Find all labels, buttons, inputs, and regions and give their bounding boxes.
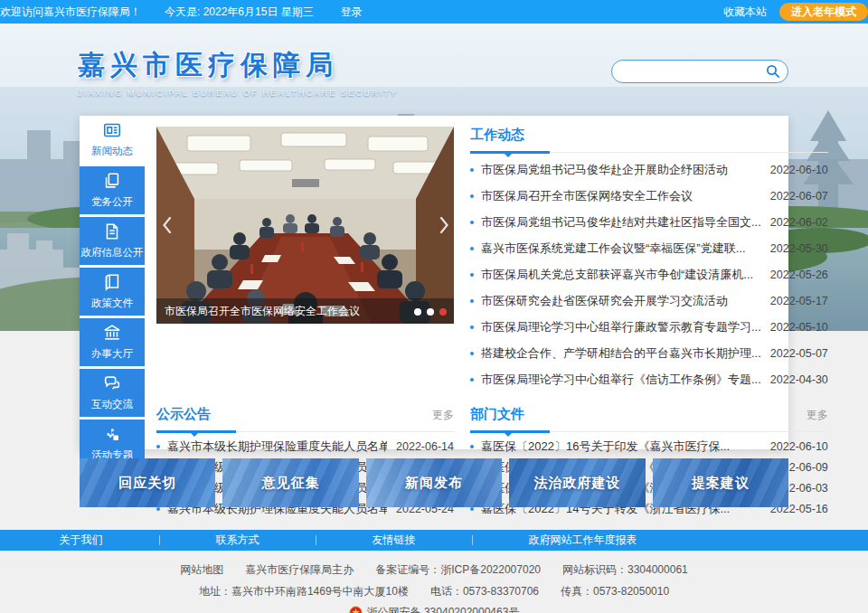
- news-title: 市医保研究会赴省医保研究会开展学习交流活动: [481, 293, 761, 309]
- bullet-icon: [470, 445, 474, 448]
- quick-link-opinion-collection[interactable]: 意见征集: [222, 458, 358, 507]
- carousel-dots: [414, 308, 447, 316]
- news-title: 搭建校企合作、产学研相结合的平台嘉兴市长期护理...: [481, 345, 761, 362]
- bullet-icon: [470, 352, 474, 355]
- news-date: 2022-06-07: [770, 190, 828, 203]
- date-text: 今天是: 2022年6月15日 星期三: [165, 5, 314, 20]
- bullet-icon: [470, 507, 474, 511]
- search-button[interactable]: [766, 64, 780, 79]
- book-icon: [102, 272, 122, 292]
- carousel-dot[interactable]: [427, 308, 434, 316]
- carousel-photo-meeting: [156, 127, 454, 324]
- list-item[interactable]: 市医保局召开全市医保网络安全工作会议2022-06-07: [470, 183, 828, 209]
- more-link[interactable]: 更多: [807, 408, 828, 423]
- news-date: 2022-06-10: [770, 440, 828, 453]
- carousel-dot[interactable]: [414, 308, 421, 316]
- bullet-icon: [470, 168, 474, 172]
- separator: [159, 535, 160, 545]
- carousel-next-arrow[interactable]: [436, 211, 452, 240]
- phone-text: 电话：0573-83370706: [430, 584, 539, 599]
- public-security-badge-icon: [349, 606, 363, 613]
- sidebar-item-interaction[interactable]: 互动交流: [80, 369, 145, 417]
- chevron-left-icon: [162, 216, 172, 234]
- news-title: 市医保局机关党总支部获评嘉兴市争创“建设清廉机...: [481, 267, 761, 283]
- sidebar-item-label: 办事大厅: [91, 346, 133, 361]
- list-item[interactable]: 嘉兴市本级长期护理保险重度失能人员名单公示（2...2022-06-14: [156, 436, 454, 457]
- separator: [316, 535, 316, 545]
- carousel-prev-arrow[interactable]: [158, 211, 175, 240]
- news-carousel[interactable]: 市医保局召开全市医保网络安全工作会议: [156, 127, 454, 324]
- bullet-icon: [470, 299, 474, 303]
- welcome-text: 欢迎访问嘉兴市医疗保障局！: [0, 5, 141, 20]
- bullet-icon: [470, 273, 474, 277]
- section-underline: [470, 151, 550, 154]
- work-news-section: 工作动态 市医保局党组书记马俊华赴企开展助企纾困活动2022-06-10 市医保…: [470, 127, 828, 392]
- quick-link-proposals[interactable]: 提案建议: [653, 458, 788, 507]
- card-content: 市医保局召开全市医保网络安全工作会议 工作动态 市医保局党组: [145, 116, 839, 449]
- footer-nav-links[interactable]: 友情链接: [373, 533, 416, 548]
- work-news-list: 市医保局党组书记马俊华赴企开展助企纾困活动2022-06-10 市医保局召开全市…: [470, 156, 828, 392]
- quick-link-label: 意见征集: [262, 475, 320, 492]
- elder-mode-button[interactable]: 进入老年模式: [779, 3, 868, 21]
- list-item[interactable]: 市医保局理论学习中心组举行廉政警示教育专题学习...2022-05-10: [470, 314, 828, 340]
- bullet-icon: [470, 194, 474, 198]
- sidebar-item-label: 政府信息公开: [80, 245, 143, 259]
- quick-link-banners: 回应关切 意见征集 新闻发布 法治政府建设 提案建议: [80, 458, 788, 507]
- section-title: 部门文件: [470, 406, 524, 421]
- list-item[interactable]: 市医保局机关党总支部获评嘉兴市争创“建设清廉机...2022-05-26: [470, 261, 828, 288]
- news-date: 2022-05-17: [770, 295, 828, 307]
- list-item[interactable]: 市医保局党组书记马俊华赴结对共建社区指导全国文...2022-06-02: [470, 209, 828, 235]
- chevron-right-icon: [439, 216, 449, 234]
- login-link[interactable]: 登录: [341, 5, 363, 20]
- newspaper-icon: [102, 120, 122, 140]
- sidebar-item-policy-files[interactable]: 政策文件: [80, 268, 145, 316]
- search-input[interactable]: [611, 60, 788, 83]
- carousel-caption-bar: 市医保局召开全市医保网络安全工作会议: [156, 298, 454, 324]
- search-icon: [766, 64, 780, 79]
- news-date: 2022-04-30: [770, 373, 828, 386]
- news-title: 市医保局理论学习中心组举行廉政警示教育专题学习...: [481, 319, 761, 335]
- quick-link-label: 法治政府建设: [533, 475, 620, 492]
- quick-link-label: 提案建议: [692, 475, 750, 492]
- footer-nav-bar: 关于我们 联系方式 友情链接 政府网站工作年度报表: [0, 530, 868, 551]
- list-item[interactable]: 嘉医保〔2022〕16号关于印发《嘉兴市医疗保...2022-06-10: [470, 436, 828, 457]
- page: 欢迎访问嘉兴市医疗保障局！ 今天是: 2022年6月15日 星期三 登录 收藏本…: [0, 0, 868, 613]
- list-item[interactable]: 市医保局党组书记马俊华赴企开展助企纾困活动2022-06-10: [470, 156, 828, 183]
- quick-link-news-release[interactable]: 新闻发布: [366, 458, 502, 507]
- list-item[interactable]: 搭建校企合作、产学研相结合的平台嘉兴市长期护理...2022-05-07: [470, 340, 828, 366]
- puzzle-icon: [102, 424, 122, 444]
- section-underline: [156, 430, 236, 433]
- sitemap-link[interactable]: 网站地图: [180, 562, 223, 578]
- sidebar-item-label: 互动交流: [91, 397, 133, 411]
- list-item[interactable]: 嘉兴市医保系统党建工作会议暨“幸福医保”党建联...2022-05-30: [470, 235, 828, 261]
- footer-nav-about[interactable]: 关于我们: [60, 533, 103, 548]
- chat-icon: [102, 373, 122, 393]
- carousel-dot-active[interactable]: [439, 308, 447, 316]
- news-date: 2022-06-02: [770, 216, 828, 229]
- quick-link-respond-concerns[interactable]: 回应关切: [80, 458, 215, 507]
- quick-link-rule-of-law[interactable]: 法治政府建设: [509, 458, 645, 507]
- list-item[interactable]: 市医保局理论学习中心组举行《信访工作条例》专题...2022-04-30: [470, 366, 828, 392]
- section-underline: [470, 430, 550, 433]
- news-date: 2022-06-10: [770, 164, 828, 176]
- site-branding: 嘉兴市医疗保障局 JIAXING MUNICIPAL BUREAU OF HEA…: [78, 47, 398, 98]
- sidebar-item-label: 新闻动态: [91, 144, 133, 158]
- news-title: 嘉兴市本级长期护理保险重度失能人员名单公示（2...: [167, 439, 387, 455]
- more-link[interactable]: 更多: [432, 408, 454, 423]
- site-title: 嘉兴市医疗保障局: [78, 47, 398, 84]
- section-title: 工作动态: [470, 127, 524, 142]
- page-footer: 网站地图 嘉兴市医疗保障局主办 备案证编号：浙ICP备2022007020 网站…: [0, 551, 868, 613]
- sidebar-item-news[interactable]: 新闻动态: [80, 116, 145, 164]
- favorite-link[interactable]: 收藏本站: [723, 5, 767, 20]
- sidebar-item-gov-info[interactable]: 政府信息公开: [80, 217, 145, 265]
- footer-nav-annual-report[interactable]: 政府网站工作年度报表: [529, 533, 637, 548]
- news-title: 市医保局理论学习中心组举行《信访工作条例》专题...: [481, 372, 761, 388]
- section-title: 公示公告: [156, 406, 211, 421]
- sidebar-item-party-affairs[interactable]: 党务公开: [80, 166, 145, 214]
- list-item[interactable]: 市医保研究会赴省医保研究会开展学习交流活动2022-05-17: [470, 288, 828, 314]
- security-record-link[interactable]: 浙公网安备 33040202000463号: [367, 605, 520, 613]
- bullet-icon: [470, 221, 474, 224]
- footer-nav-contact[interactable]: 联系方式: [216, 533, 259, 548]
- sidebar-item-service-hall[interactable]: 办事大厅: [80, 318, 145, 366]
- news-title: 市医保局党组书记马俊华赴结对共建社区指导全国文...: [481, 214, 761, 231]
